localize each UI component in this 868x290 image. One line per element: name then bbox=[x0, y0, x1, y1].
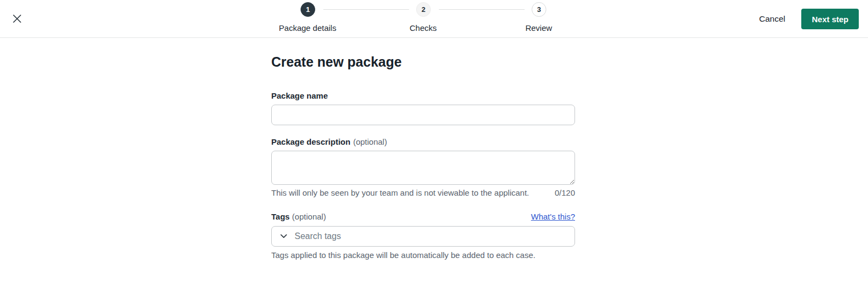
topbar-actions: Cancel Next step bbox=[757, 0, 859, 38]
step-2-label[interactable]: Checks bbox=[410, 23, 437, 33]
tags-dropdown-toggle[interactable] bbox=[279, 233, 288, 240]
step-3-circle[interactable]: 3 bbox=[532, 2, 546, 17]
package-description-field: Package description (optional) This will… bbox=[271, 137, 575, 197]
step-2-circle[interactable]: 2 bbox=[416, 2, 431, 17]
step-1-circle[interactable]: 1 bbox=[301, 2, 315, 17]
create-package-panel: Create new package Package name Package … bbox=[0, 38, 868, 260]
close-button[interactable] bbox=[11, 12, 23, 24]
char-counter: 0/120 bbox=[554, 188, 575, 197]
next-step-button[interactable]: Next step bbox=[801, 9, 859, 29]
step-1-label[interactable]: Package details bbox=[279, 23, 336, 33]
whats-this-link[interactable]: What's this? bbox=[531, 212, 575, 221]
wizard-stepper: 1 2 3 Package details Checks Review bbox=[282, 2, 564, 35]
package-name-label: Package name bbox=[271, 91, 328, 100]
close-icon bbox=[12, 14, 22, 23]
cancel-button[interactable]: Cancel bbox=[757, 11, 787, 27]
step-connector bbox=[323, 9, 409, 10]
optional-suffix: (optional) bbox=[292, 212, 326, 221]
package-description-textarea[interactable] bbox=[271, 151, 575, 185]
step-3-label[interactable]: Review bbox=[525, 23, 552, 33]
optional-suffix: (optional) bbox=[353, 137, 387, 146]
description-helper-text: This will only be seen by your team and … bbox=[271, 188, 529, 197]
tags-label: Tags bbox=[271, 212, 290, 221]
tags-combobox[interactable] bbox=[271, 226, 575, 247]
package-description-label: Package description bbox=[271, 137, 350, 146]
chevron-down-icon bbox=[280, 234, 287, 239]
wizard-topbar: 1 2 3 Package details Checks Review Canc… bbox=[0, 0, 868, 38]
step-connector bbox=[439, 9, 525, 10]
tags-field: Tags (optional) What's this? Tags applie… bbox=[271, 212, 575, 260]
tags-search-input[interactable] bbox=[295, 231, 570, 241]
page-title: Create new package bbox=[271, 54, 575, 70]
package-name-field: Package name bbox=[271, 91, 575, 125]
package-name-input[interactable] bbox=[271, 105, 575, 125]
tags-helper-text: Tags applied to this package will be aut… bbox=[271, 250, 575, 260]
